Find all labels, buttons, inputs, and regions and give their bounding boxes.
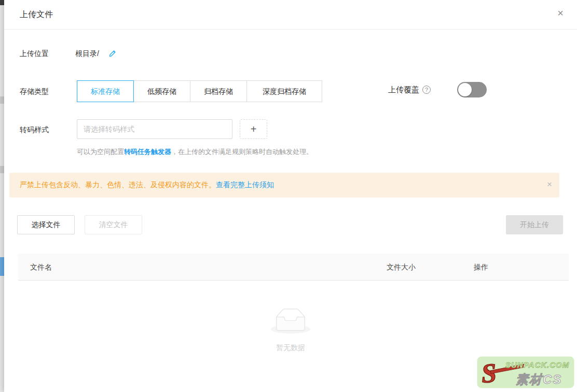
upload-notice-banner: 严禁上传包含反动、暴力、色情、违法、及侵权内容的文件。查看完整上传须知 × [9, 173, 559, 198]
transcode-hint: 可以为空间配置转码任务触发器，在上传的文件满足规则策略时自动触发处理。 [77, 147, 313, 157]
background-fragment [0, 257, 4, 276]
upload-location-label: 上传位置 [20, 49, 49, 59]
background-fragment [0, 96, 4, 104]
empty-box-icon [271, 308, 310, 334]
upload-location-value: 根目录/ [75, 49, 99, 59]
banner-close-icon[interactable]: × [547, 180, 552, 189]
dialog-header: 上传文件 × [4, 0, 577, 30]
add-transcode-button[interactable]: + [240, 119, 267, 139]
hint-text-suffix: ，在上传的文件满足规则策略时自动触发处理。 [171, 148, 313, 156]
help-question-icon[interactable]: ? [422, 86, 431, 94]
transcode-trigger-link[interactable]: 转码任务触发器 [124, 148, 171, 156]
upload-overwrite-toggle[interactable] [457, 82, 487, 97]
close-icon[interactable]: × [557, 8, 564, 18]
tab-deep-archive-storage[interactable]: 深度归档存储 [246, 80, 322, 102]
dialog-title: 上传文件 [20, 9, 53, 20]
upload-dialog: 上传文件 × 上传位置 根目录/ 存储类型 标准存储 低频存储 归档存储 深度归… [4, 0, 577, 392]
storage-type-label: 存储类型 [20, 87, 49, 96]
transcode-style-input[interactable] [77, 119, 232, 139]
background-fragment [0, 166, 4, 173]
notice-text: 严禁上传包含反动、暴力、色情、违法、及侵权内容的文件。 [20, 180, 216, 189]
column-file-name: 文件名 [30, 254, 52, 281]
select-files-button[interactable]: 选择文件 [17, 215, 75, 234]
watermark-logo: S SUNPACK.COM 素材CS [475, 355, 576, 390]
tab-infrequent-storage[interactable]: 低频存储 [133, 80, 190, 102]
transcode-style-label: 转码样式 [20, 125, 49, 135]
clear-files-button[interactable]: 清空文件 [85, 215, 142, 234]
background-page-sliver [0, 0, 4, 392]
svg-text:素材CS: 素材CS [516, 372, 562, 386]
svg-text:SUNPACK.COM: SUNPACK.COM [505, 360, 569, 369]
file-table-header: 文件名 文件大小 操作 [18, 254, 569, 281]
column-file-size: 文件大小 [387, 254, 416, 281]
background-fragment [0, 0, 4, 5]
column-operation: 操作 [474, 254, 488, 281]
toggle-knob [458, 83, 472, 96]
notice-message: 严禁上传包含反动、暴力、色情、违法、及侵权内容的文件。查看完整上传须知 [20, 180, 274, 190]
storage-type-tab-group: 标准存储 低频存储 归档存储 深度归档存储 [77, 80, 322, 102]
start-upload-button[interactable]: 开始上传 [506, 215, 563, 234]
tab-archive-storage[interactable]: 归档存储 [190, 80, 247, 102]
tab-standard-storage[interactable]: 标准存储 [77, 80, 134, 102]
hint-text-prefix: 可以为空间配置 [77, 148, 124, 156]
edit-pencil-icon[interactable] [108, 49, 117, 58]
upload-overwrite-group: 上传覆盖 ? [388, 82, 431, 97]
upload-overwrite-label: 上传覆盖 [388, 85, 419, 95]
empty-text: 暂无数据 [4, 343, 577, 353]
empty-state: 暂无数据 [4, 308, 577, 353]
notice-link[interactable]: 查看完整上传须知 [216, 180, 274, 189]
